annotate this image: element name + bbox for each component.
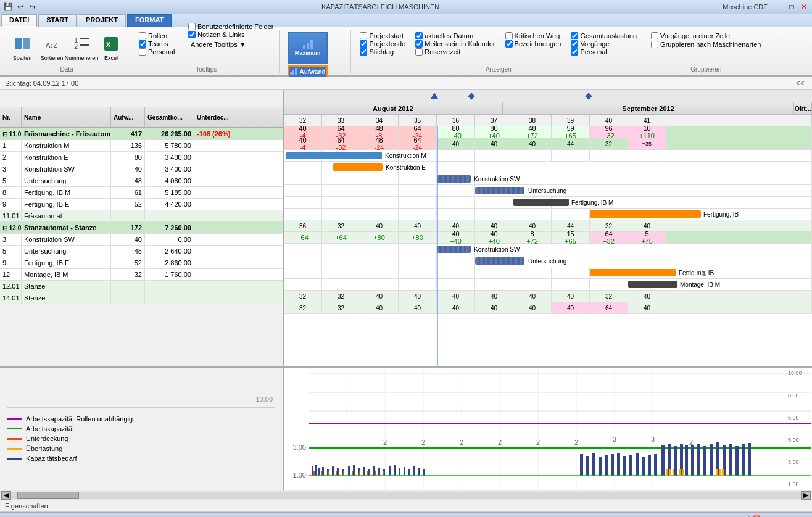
svg-rect-65 bbox=[629, 455, 632, 476]
checkbox-rollen[interactable]: Rollen bbox=[139, 32, 175, 39]
scrollbar-track[interactable] bbox=[11, 492, 801, 499]
checkbox-personal2[interactable]: Personal bbox=[571, 48, 637, 56]
svg-rect-0 bbox=[15, 38, 22, 49]
horizontal-scrollbar[interactable]: ◀ ▶ bbox=[0, 490, 812, 500]
tab-projekt[interactable]: PROJEKT bbox=[78, 14, 126, 27]
svg-rect-38 bbox=[332, 466, 334, 476]
gantt-row-konstr-e: Konstruktion E bbox=[284, 162, 812, 173]
label-konstr-sw: Konstruktion SW bbox=[474, 176, 520, 183]
main-content: Stichtag: 04.09.12 17:00 << Nr. Name Auf… bbox=[0, 77, 812, 490]
minimize-button[interactable]: ─ bbox=[774, 1, 785, 12]
checkbox-benutz[interactable]: Benutzerdefinierte Felder bbox=[188, 23, 274, 30]
tab-datei[interactable]: DATEI bbox=[1, 14, 37, 27]
gantt-row-1: 40-4 64-32 48-8 64-24 80+40 80+40 48+72 … bbox=[284, 126, 812, 138]
restore-button[interactable]: □ bbox=[786, 1, 797, 12]
scroll-left-button[interactable]: ◀ bbox=[1, 491, 11, 500]
table-row[interactable]: 8 Fertigung, IB M 61 5 185.00 bbox=[0, 187, 283, 199]
checkbox-teams[interactable]: Teams bbox=[139, 40, 175, 48]
tab-format[interactable]: FORMAT bbox=[127, 14, 172, 27]
svg-rect-42 bbox=[353, 465, 355, 476]
gantt-row-fertigung-ibm: Fertigung, IB M bbox=[284, 197, 812, 209]
svg-rect-41 bbox=[348, 466, 350, 476]
table-row[interactable]: 5 Untersuchung 48 2 640.00 bbox=[0, 246, 283, 257]
table-row[interactable]: ⊟ 11.001 Fräsmaschine - Fräsautomat 417 … bbox=[0, 128, 283, 140]
checkbox-aktuelles-datum[interactable]: aktuelles Datum bbox=[415, 32, 495, 39]
checkbox-bezeichnungen[interactable]: Bezeichnungen bbox=[505, 40, 561, 48]
svg-rect-59 bbox=[592, 453, 595, 476]
gantt-row-konstr-sw-2: Konstruktion SW bbox=[284, 244, 812, 255]
nummerieren-button[interactable]: 1 2 Nummerieren bbox=[68, 31, 95, 64]
svg-rect-91 bbox=[359, 471, 360, 476]
checkbox-notizen[interactable]: Notizen & Links bbox=[188, 31, 274, 38]
svg-text:2: 2 bbox=[498, 439, 502, 446]
checkbox-kritischen-weg[interactable]: Kritischen Weg bbox=[505, 32, 561, 39]
svg-text:2: 2 bbox=[383, 439, 387, 446]
data-group-label: Data bbox=[9, 65, 125, 73]
svg-text:2: 2 bbox=[689, 439, 693, 446]
nav-left[interactable]: << bbox=[796, 79, 805, 88]
table-row[interactable]: 3 Konstruktion SW 40 3 400.00 bbox=[0, 163, 283, 175]
tab-start[interactable]: START bbox=[38, 14, 77, 27]
checkbox-projektstart[interactable]: Projektstart bbox=[360, 32, 405, 39]
table-row[interactable]: 14.01 Stanze bbox=[0, 292, 283, 304]
table-row[interactable]: 3 Konstruktion SW 40 0.00 bbox=[0, 234, 283, 246]
table-row[interactable]: ⊟ 12.001 Stanzautomat - Stanze 172 7 260… bbox=[0, 222, 283, 234]
checkbox-vorgaenge-zeile[interactable]: Vorgänge in einer Zeile bbox=[651, 32, 730, 39]
table-row[interactable]: 11.01 Fräsautomat bbox=[0, 210, 283, 222]
checkbox-vorgaenge[interactable]: Vorgänge bbox=[571, 40, 637, 48]
svg-rect-70 bbox=[661, 445, 665, 476]
gantt-row-konstr-m: Konstruktion M bbox=[284, 150, 812, 162]
save-button[interactable]: 💾 bbox=[2, 1, 14, 12]
checkbox-personal[interactable]: Personal bbox=[139, 48, 175, 56]
sortieren-button[interactable]: A↕Z Sortieren bbox=[38, 31, 65, 64]
aufwand-button[interactable]: Aufwand bbox=[288, 65, 328, 78]
gantt-row-stanze-1401: 32 32 40 40 40 40 40 40 64 40 bbox=[284, 302, 812, 314]
table-row[interactable]: 9 Fertigung, IB E 52 4 420.00 bbox=[0, 199, 283, 210]
month-september: September 2012 bbox=[503, 102, 795, 114]
gruppieren-group-label: Gruppieren bbox=[651, 65, 761, 73]
andere-tooltips-button[interactable]: Andere Tooltips ▼ bbox=[188, 39, 274, 50]
checkbox-reservezeit[interactable]: Reservezeit bbox=[415, 48, 495, 56]
table-row[interactable]: 9 Fertigung, IB E 52 2 860.00 bbox=[0, 257, 283, 269]
week-extra bbox=[666, 115, 812, 126]
svg-rect-85 bbox=[313, 471, 315, 476]
table-row[interactable]: 12 Montage, IB M 32 1 760.00 bbox=[0, 269, 283, 281]
maximum-button[interactable]: Maximum bbox=[288, 32, 328, 64]
checkbox-stichtag[interactable]: Stichtag bbox=[360, 48, 405, 56]
undo-button[interactable]: ↩ bbox=[15, 1, 26, 12]
bar-konstr-m bbox=[286, 152, 382, 159]
excel-button[interactable]: X Excel bbox=[97, 31, 125, 64]
svg-text:A↕Z: A↕Z bbox=[46, 41, 58, 49]
svg-rect-58 bbox=[586, 456, 589, 476]
svg-rect-111 bbox=[716, 469, 718, 476]
checkbox-meilenstein[interactable]: Meilenstein in Kalender bbox=[415, 40, 495, 48]
legend-unterdeckung: Unterdeckung bbox=[7, 435, 275, 442]
svg-rect-63 bbox=[617, 453, 620, 476]
label-konstr-e: Konstruktion E bbox=[386, 164, 426, 171]
table-row[interactable]: 1 Konstruktion M 136 5 780.00 bbox=[0, 140, 283, 152]
table-row[interactable]: 2 Konstruktion E 80 3 400.00 bbox=[0, 152, 283, 163]
svg-rect-94 bbox=[383, 471, 384, 476]
svg-rect-93 bbox=[375, 471, 376, 476]
spalten-button[interactable]: Spalten bbox=[9, 31, 36, 64]
table-row[interactable]: 5 Untersuchung 48 4 080.00 bbox=[0, 175, 283, 187]
chart-svg: 3.00 1.00 2 2 2 2 2 2 3 3 2 bbox=[284, 368, 811, 490]
close-button[interactable]: ✕ bbox=[798, 1, 810, 12]
svg-rect-47 bbox=[378, 468, 380, 476]
week-36: 36 bbox=[437, 115, 475, 126]
scrollbar-thumb[interactable] bbox=[17, 492, 79, 499]
nummerieren-icon: 1 2 bbox=[72, 34, 91, 54]
week-35: 35 bbox=[399, 115, 437, 126]
scroll-right-button[interactable]: ▶ bbox=[801, 491, 811, 500]
svg-text:3: 3 bbox=[613, 436, 616, 443]
col-header-nr: Nr. bbox=[0, 107, 22, 127]
label-konstr-m: Konstruktion M bbox=[385, 152, 426, 159]
svg-rect-52 bbox=[404, 467, 405, 476]
checkbox-gesamtauslastung[interactable]: Gesamtauslastung bbox=[571, 32, 637, 39]
redo-button[interactable]: ↪ bbox=[27, 1, 38, 12]
gantt-row-untersuchung: Untersuchung bbox=[284, 185, 812, 197]
checkbox-projektende[interactable]: Projektende bbox=[360, 40, 405, 48]
svg-rect-89 bbox=[343, 471, 344, 476]
table-row[interactable]: 12.01 Stanze bbox=[0, 281, 283, 292]
checkbox-gruppieren-maschinen[interactable]: Gruppieren nach Maschinenarten bbox=[651, 41, 761, 48]
